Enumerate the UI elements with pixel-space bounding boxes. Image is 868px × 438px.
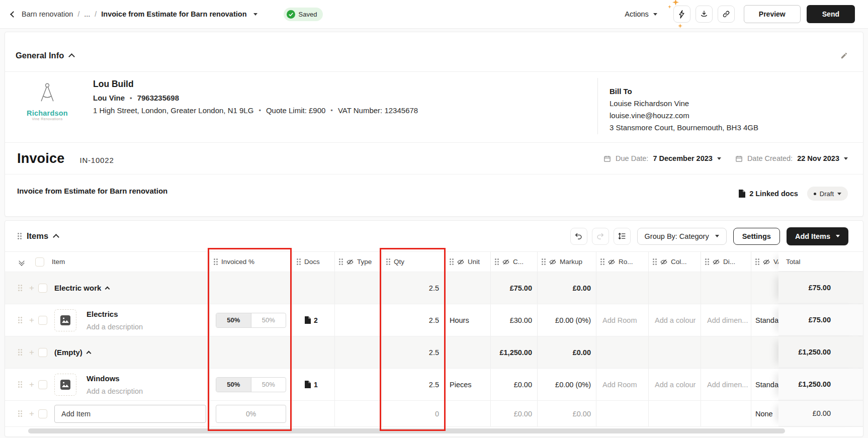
row-checkbox[interactable] xyxy=(38,409,47,418)
item-name[interactable]: Electrics xyxy=(86,310,143,318)
add-row-icon[interactable] xyxy=(28,347,36,358)
row-checkbox[interactable] xyxy=(38,348,47,357)
qty-cell[interactable]: 2.5 xyxy=(382,304,446,336)
date-created-dropdown[interactable]: Date Created: 22 Nov 2023 xyxy=(735,154,848,162)
quick-actions-button[interactable] xyxy=(673,6,690,23)
preview-button[interactable]: Preview xyxy=(744,5,801,23)
cost-cell[interactable]: £0.00 xyxy=(491,401,538,426)
cost-cell[interactable]: £30.00 xyxy=(491,304,538,336)
add-items-button[interactable]: Add Items xyxy=(787,227,848,245)
colour-cell[interactable]: Add a colour xyxy=(649,304,701,336)
drag-handle-icon[interactable] xyxy=(600,258,604,265)
drag-handle-icon[interactable] xyxy=(214,258,218,265)
chevron-up-icon[interactable] xyxy=(68,53,75,60)
qty-cell[interactable]: 2.5 xyxy=(382,369,446,400)
cost-cell[interactable]: £0.00 xyxy=(491,369,538,400)
chevron-up-icon[interactable] xyxy=(53,234,59,240)
drag-handle-icon[interactable] xyxy=(339,258,343,265)
unit-cell[interactable]: Hours xyxy=(446,304,491,336)
invoiced-done[interactable]: 50% xyxy=(216,313,251,327)
row-height-button[interactable] xyxy=(614,228,631,245)
column-header-dimensions[interactable]: Di... xyxy=(701,252,751,272)
redo-button[interactable] xyxy=(592,228,609,245)
category-name[interactable]: Electric work xyxy=(54,284,101,292)
items-title-row[interactable]: Items xyxy=(27,231,58,241)
room-cell[interactable]: Add Room xyxy=(596,304,649,336)
dimensions-cell[interactable]: Add dimen... xyxy=(701,304,751,336)
column-header-cost[interactable]: C... xyxy=(491,252,538,272)
row-checkbox[interactable] xyxy=(38,380,47,389)
drag-handle-icon[interactable] xyxy=(297,258,301,265)
breadcrumb-current[interactable]: Invoice from Estimate for Barn renovatio… xyxy=(101,10,246,18)
room-cell[interactable] xyxy=(596,401,649,426)
copy-link-button[interactable] xyxy=(718,6,735,23)
back-icon[interactable] xyxy=(10,11,17,18)
item-image-placeholder[interactable] xyxy=(54,309,76,331)
item-name[interactable]: Windows xyxy=(86,374,143,383)
add-item-input[interactable]: Add Item xyxy=(54,405,206,423)
drag-handle-icon[interactable] xyxy=(450,258,454,265)
breadcrumb-project[interactable]: Barn renovation xyxy=(22,10,73,18)
status-badge[interactable]: Draft xyxy=(807,187,848,201)
column-header-docs[interactable]: Docs xyxy=(293,252,335,272)
linked-docs-button[interactable]: 2 Linked docs xyxy=(739,190,798,198)
collapse-category-icon[interactable] xyxy=(105,287,110,292)
group-by-dropdown[interactable]: Group By: Category xyxy=(637,228,727,245)
type-cell[interactable] xyxy=(335,369,382,400)
row-checkbox[interactable] xyxy=(38,284,47,293)
markup-cell[interactable]: £0.00 xyxy=(538,401,596,426)
invoiced-remaining[interactable]: 50% xyxy=(251,313,286,327)
select-all-checkbox[interactable] xyxy=(35,257,44,267)
column-header-room[interactable]: Ro... xyxy=(596,252,649,272)
invoiced-percent-toggle[interactable]: 50% 50% xyxy=(216,377,286,392)
type-cell[interactable] xyxy=(335,304,382,336)
column-header-qty[interactable]: Qty xyxy=(382,252,446,272)
markup-cell[interactable]: £0.00 (0%) xyxy=(538,369,596,400)
drag-handle-icon[interactable] xyxy=(18,349,22,356)
invoiced-percent-toggle[interactable]: 50% 50% xyxy=(216,313,286,328)
add-row-icon[interactable] xyxy=(28,409,36,419)
unit-cell[interactable] xyxy=(446,401,491,426)
row-checkbox[interactable] xyxy=(38,316,47,325)
qty-cell[interactable]: 0 xyxy=(382,401,446,426)
category-name[interactable]: (Empty) xyxy=(54,348,82,357)
column-header-colour[interactable]: Col... xyxy=(649,252,701,272)
drag-handle-icon[interactable] xyxy=(18,233,22,239)
drag-handle-icon[interactable] xyxy=(386,258,390,265)
invoiced-remaining[interactable]: 50% xyxy=(251,378,286,392)
drag-handle-icon[interactable] xyxy=(18,381,22,388)
column-header-item[interactable]: Item xyxy=(5,252,210,272)
drag-handle-icon[interactable] xyxy=(18,317,22,323)
add-row-icon[interactable] xyxy=(28,283,36,293)
docs-cell[interactable]: 1 xyxy=(293,369,335,400)
chevron-down-icon[interactable] xyxy=(253,13,257,16)
collapse-all-icon[interactable] xyxy=(18,259,25,265)
drag-handle-icon[interactable] xyxy=(653,258,657,265)
item-description-placeholder[interactable]: Add a description xyxy=(86,323,143,331)
edit-pencil-icon[interactable] xyxy=(840,52,848,59)
invoiced-done[interactable]: 50% xyxy=(216,378,251,392)
breadcrumb-ellipsis[interactable]: ... xyxy=(84,10,90,18)
colour-cell[interactable] xyxy=(649,401,701,426)
item-description-placeholder[interactable]: Add a description xyxy=(86,387,143,395)
unit-cell[interactable]: Pieces xyxy=(446,369,491,400)
column-header-invoiced[interactable]: Invoiced % xyxy=(210,252,293,272)
send-button[interactable]: Send xyxy=(807,5,855,23)
column-header-unit[interactable]: Unit xyxy=(446,252,491,272)
dimensions-cell[interactable]: Add dimen... xyxy=(701,369,751,400)
download-button[interactable] xyxy=(696,6,713,23)
type-cell[interactable] xyxy=(335,401,382,426)
drag-handle-icon[interactable] xyxy=(18,285,22,291)
drag-handle-icon[interactable] xyxy=(755,258,759,265)
room-cell[interactable]: Add Room xyxy=(596,369,649,400)
add-row-icon[interactable] xyxy=(28,380,36,390)
actions-button[interactable]: Actions xyxy=(625,10,657,18)
horizontal-scrollbar[interactable] xyxy=(28,428,785,433)
column-header-total[interactable]: Total xyxy=(778,252,863,272)
dimensions-cell[interactable] xyxy=(701,401,751,426)
column-header-type[interactable]: Type xyxy=(335,252,382,272)
drag-handle-icon[interactable] xyxy=(542,258,546,265)
invoice-subtitle[interactable]: Invoice from Estimate for Barn renovatio… xyxy=(17,187,167,195)
invoiced-percent-input[interactable]: 0% xyxy=(216,405,286,423)
add-row-icon[interactable] xyxy=(28,315,36,325)
